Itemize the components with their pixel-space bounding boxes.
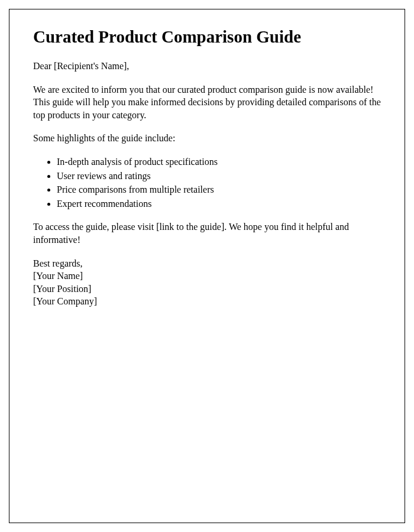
- list-item: In-depth analysis of product specificati…: [57, 155, 381, 168]
- signature-closing: Best regards,: [33, 257, 381, 270]
- list-item: Price comparisons from multiple retailer…: [57, 183, 381, 196]
- highlights-label: Some highlights of the guide include:: [33, 132, 381, 145]
- signature-company: [Your Company]: [33, 295, 381, 308]
- signature-block: Best regards, [Your Name] [Your Position…: [33, 257, 381, 308]
- signature-name: [Your Name]: [33, 270, 381, 283]
- highlights-list: In-depth analysis of product specificati…: [57, 155, 381, 210]
- access-paragraph: To access the guide, please visit [link …: [33, 220, 381, 246]
- document-frame: Curated Product Comparison Guide Dear [R…: [9, 9, 405, 523]
- greeting-line: Dear [Recipient's Name],: [33, 60, 381, 73]
- signature-position: [Your Position]: [33, 283, 381, 296]
- list-item: Expert recommendations: [57, 197, 381, 210]
- intro-paragraph: We are excited to inform you that our cu…: [33, 83, 381, 122]
- page-title: Curated Product Comparison Guide: [33, 27, 381, 47]
- list-item: User reviews and ratings: [57, 170, 381, 183]
